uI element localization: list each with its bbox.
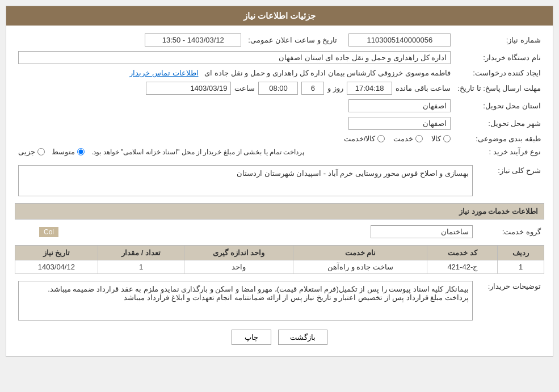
category-kala-radio[interactable] [443, 135, 451, 142]
category-kala-khadamat-radio[interactable] [377, 135, 385, 142]
service-table: ردیف کد خدمت نام خدمت واحد اندازه گیری ت… [15, 245, 544, 274]
category-label: طبقه بندی موضوعی: [454, 132, 544, 145]
requester-contact-link[interactable]: اطلاعات تماس خریدار [129, 69, 198, 77]
table-cell-code: ج-42-421 [427, 260, 498, 274]
need-description-value: بهسازی و اصلاح فوس محور روستایی خرم آباد… [18, 165, 473, 196]
process-jozvi-radio[interactable] [37, 148, 45, 155]
need-number-label: شماره نیاز: [454, 31, 544, 49]
delivery-province-value: اصفهان [348, 99, 451, 112]
deadline-days: 6 [301, 82, 324, 95]
delivery-province-label: استان محل تحویل: [454, 97, 544, 115]
table-header-qty: تعداد / مقدار [98, 246, 184, 260]
table-cell-name: ساخت جاده و راه‌آهن [293, 260, 427, 274]
table-header-code: کد خدمت [427, 246, 498, 260]
deadline-remaining: 17:04:18 [347, 82, 392, 95]
category-khadamat-radio[interactable] [415, 135, 423, 142]
page-title: جزئیات اطلاعات نیاز [6, 6, 553, 26]
table-header-name: نام خدمت [293, 246, 427, 260]
category-kala-khadamat-label: کالا/خدمت [344, 134, 376, 143]
process-jozvi-label: جزیی [18, 147, 35, 156]
need-number-value: 1103005140000056 [348, 33, 451, 47]
table-header-date: تاریخ نیاز [15, 246, 98, 260]
table-cell-quantity: 1 [98, 260, 184, 274]
table-row: 1ج-42-421ساخت جاده و راه‌آهنواحد11403/04… [15, 260, 544, 274]
print-button[interactable]: چاپ [232, 330, 271, 345]
buyer-name-label: نام دستگاه خریدار: [454, 49, 544, 66]
announce-datetime-value: 1403/03/12 - 13:50 [145, 33, 241, 47]
need-description-label: شرح کلی نیاز: [476, 163, 544, 199]
service-group-value: ساختمان [371, 225, 473, 238]
button-row: بازگشت چاپ [15, 330, 544, 351]
deadline-remaining-label: ساعت باقی مانده [396, 84, 451, 92]
deadline-time-label: ساعت [234, 84, 255, 92]
delivery-city-label: شهر محل تحویل: [454, 115, 544, 132]
deadline-label: مهلت ارسال پاسخ: تا تاریخ: [454, 79, 544, 97]
requester-label: ایجاد کننده درخواست: [454, 66, 544, 79]
delivery-city-value: اصفهان [348, 117, 451, 130]
col-badge-cell: Col [15, 223, 83, 241]
buyer-name-value: اداره کل راهداری و حمل و نقل جاده ای است… [18, 51, 451, 64]
buyer-notes-value: بیمانکار کلیه اسناد پیوست را پس از تکمیل… [18, 281, 473, 321]
category-kala-label: کالا [431, 134, 441, 143]
buyer-notes-label: توضیحات خریدار: [476, 279, 544, 323]
col-badge: Col [39, 227, 58, 237]
deadline-days-label: روز و [327, 84, 343, 92]
table-header-unit: واحد اندازه گیری [184, 246, 293, 260]
service-group-label: گروه خدمت: [476, 223, 544, 241]
deadline-time: 08:00 [258, 82, 298, 95]
announce-datetime-label: تاریخ و ساعت اعلان عمومی: [245, 31, 341, 49]
table-header-row: ردیف [498, 246, 544, 260]
process-motavasset-radio[interactable] [77, 148, 85, 155]
requester-value: فاطمه موسوی خرزوقی کارشناس بیمان اداره ک… [204, 69, 451, 77]
deadline-date: 1403/03/19 [146, 82, 231, 95]
category-khadamat-label: خدمت [393, 134, 413, 143]
process-label: نوع فرآیند خرید : [454, 145, 544, 158]
process-note: پرداخت تمام یا بخشی از مبلغ خریدار از مح… [91, 148, 304, 156]
process-motavasset-label: متوسط [52, 147, 75, 156]
table-cell-unit_measure: واحد [184, 260, 293, 274]
service-info-header: اطلاعات خدمات مورد نیاز [15, 203, 544, 220]
table-cell-date: 1403/04/12 [15, 260, 98, 274]
table-cell-row: 1 [498, 260, 544, 274]
back-button[interactable]: بازگشت [278, 330, 327, 345]
